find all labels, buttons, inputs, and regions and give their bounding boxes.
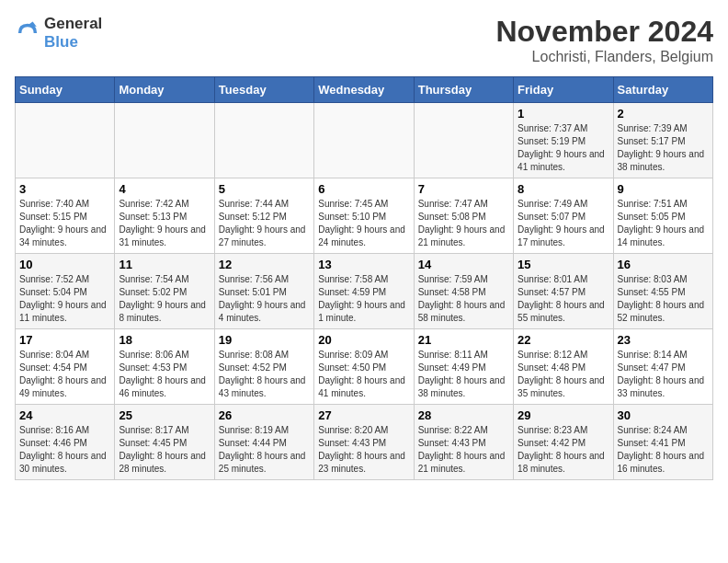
day-cell: 26Sunrise: 8:19 AM Sunset: 4:44 PM Dayli… xyxy=(214,405,313,480)
calendar-body: 1Sunrise: 7:37 AM Sunset: 5:19 PM Daylig… xyxy=(16,103,713,480)
day-number: 20 xyxy=(318,333,409,347)
location-title: Lochristi, Flanders, Belgium xyxy=(495,49,713,65)
day-info: Sunrise: 7:45 AM Sunset: 5:10 PM Dayligh… xyxy=(318,198,409,249)
day-info: Sunrise: 8:14 AM Sunset: 4:47 PM Dayligh… xyxy=(618,349,709,400)
logo: General Blue xyxy=(15,15,102,52)
day-cell: 21Sunrise: 8:11 AM Sunset: 4:49 PM Dayli… xyxy=(414,329,513,405)
day-info: Sunrise: 7:42 AM Sunset: 5:13 PM Dayligh… xyxy=(119,198,210,249)
day-info: Sunrise: 8:17 AM Sunset: 4:45 PM Dayligh… xyxy=(119,424,210,476)
header-cell-tuesday: Tuesday xyxy=(214,77,313,103)
day-cell xyxy=(314,103,414,178)
header-cell-wednesday: Wednesday xyxy=(314,77,414,103)
week-row-1: 1Sunrise: 7:37 AM Sunset: 5:19 PM Daylig… xyxy=(16,103,713,178)
day-info: Sunrise: 8:20 AM Sunset: 4:43 PM Dayligh… xyxy=(318,424,409,476)
day-cell: 2Sunrise: 7:39 AM Sunset: 5:17 PM Daylig… xyxy=(613,103,712,178)
day-number: 15 xyxy=(518,258,609,271)
day-number: 19 xyxy=(219,333,310,347)
day-number: 10 xyxy=(19,258,110,271)
day-cell: 30Sunrise: 8:24 AM Sunset: 4:41 PM Dayli… xyxy=(613,405,712,480)
week-row-4: 17Sunrise: 8:04 AM Sunset: 4:54 PM Dayli… xyxy=(16,329,713,405)
day-number: 7 xyxy=(418,182,509,196)
day-cell: 20Sunrise: 8:09 AM Sunset: 4:50 PM Dayli… xyxy=(314,329,414,405)
day-number: 5 xyxy=(219,182,310,196)
day-info: Sunrise: 8:12 AM Sunset: 4:48 PM Dayligh… xyxy=(518,349,609,400)
day-cell: 17Sunrise: 8:04 AM Sunset: 4:54 PM Dayli… xyxy=(16,329,115,405)
day-cell: 16Sunrise: 8:03 AM Sunset: 4:55 PM Dayli… xyxy=(613,254,712,329)
day-number: 9 xyxy=(618,182,709,196)
day-number: 13 xyxy=(318,258,409,271)
day-number: 28 xyxy=(418,408,509,422)
day-number: 22 xyxy=(518,333,609,347)
day-cell: 12Sunrise: 7:56 AM Sunset: 5:01 PM Dayli… xyxy=(214,254,313,329)
day-number: 26 xyxy=(219,408,310,422)
day-cell xyxy=(414,103,513,178)
day-cell: 3Sunrise: 7:40 AM Sunset: 5:15 PM Daylig… xyxy=(16,178,115,254)
day-cell xyxy=(16,103,115,178)
week-row-5: 24Sunrise: 8:16 AM Sunset: 4:46 PM Dayli… xyxy=(16,405,713,480)
logo-text: General Blue xyxy=(44,15,102,52)
day-cell: 24Sunrise: 8:16 AM Sunset: 4:46 PM Dayli… xyxy=(16,405,115,480)
day-info: Sunrise: 8:23 AM Sunset: 4:42 PM Dayligh… xyxy=(518,424,609,476)
day-info: Sunrise: 8:08 AM Sunset: 4:52 PM Dayligh… xyxy=(219,349,310,400)
day-number: 11 xyxy=(119,258,210,271)
header-cell-sunday: Sunday xyxy=(16,77,115,103)
day-number: 25 xyxy=(119,408,210,422)
day-cell: 1Sunrise: 7:37 AM Sunset: 5:19 PM Daylig… xyxy=(514,103,613,178)
day-cell: 5Sunrise: 7:44 AM Sunset: 5:12 PM Daylig… xyxy=(214,178,313,254)
day-number: 2 xyxy=(618,107,709,121)
day-number: 16 xyxy=(618,258,709,271)
day-cell: 9Sunrise: 7:51 AM Sunset: 5:05 PM Daylig… xyxy=(613,178,712,254)
day-number: 6 xyxy=(318,182,409,196)
day-number: 1 xyxy=(518,107,609,121)
header-cell-monday: Monday xyxy=(115,77,214,103)
day-number: 24 xyxy=(19,408,110,422)
week-row-2: 3Sunrise: 7:40 AM Sunset: 5:15 PM Daylig… xyxy=(16,178,713,254)
day-cell: 15Sunrise: 8:01 AM Sunset: 4:57 PM Dayli… xyxy=(514,254,613,329)
day-number: 14 xyxy=(418,258,509,271)
day-info: Sunrise: 7:49 AM Sunset: 5:07 PM Dayligh… xyxy=(518,198,609,249)
day-cell: 18Sunrise: 8:06 AM Sunset: 4:53 PM Dayli… xyxy=(115,329,214,405)
day-info: Sunrise: 8:11 AM Sunset: 4:49 PM Dayligh… xyxy=(418,349,509,400)
day-info: Sunrise: 8:16 AM Sunset: 4:46 PM Dayligh… xyxy=(19,424,110,476)
day-info: Sunrise: 7:52 AM Sunset: 5:04 PM Dayligh… xyxy=(19,273,110,325)
day-info: Sunrise: 8:06 AM Sunset: 4:53 PM Dayligh… xyxy=(119,349,210,400)
day-info: Sunrise: 7:58 AM Sunset: 4:59 PM Dayligh… xyxy=(318,273,409,325)
header-cell-friday: Friday xyxy=(514,77,613,103)
day-cell: 4Sunrise: 7:42 AM Sunset: 5:13 PM Daylig… xyxy=(115,178,214,254)
day-info: Sunrise: 7:37 AM Sunset: 5:19 PM Dayligh… xyxy=(518,122,609,174)
day-cell: 14Sunrise: 7:59 AM Sunset: 4:58 PM Dayli… xyxy=(414,254,513,329)
day-cell: 8Sunrise: 7:49 AM Sunset: 5:07 PM Daylig… xyxy=(514,178,613,254)
day-number: 29 xyxy=(518,408,609,422)
day-info: Sunrise: 7:44 AM Sunset: 5:12 PM Dayligh… xyxy=(219,198,310,249)
day-number: 23 xyxy=(618,333,709,347)
day-cell: 29Sunrise: 8:23 AM Sunset: 4:42 PM Dayli… xyxy=(514,405,613,480)
day-info: Sunrise: 8:09 AM Sunset: 4:50 PM Dayligh… xyxy=(318,349,409,400)
day-info: Sunrise: 8:03 AM Sunset: 4:55 PM Dayligh… xyxy=(618,273,709,325)
week-row-3: 10Sunrise: 7:52 AM Sunset: 5:04 PM Dayli… xyxy=(16,254,713,329)
day-cell xyxy=(115,103,214,178)
calendar-header: SundayMondayTuesdayWednesdayThursdayFrid… xyxy=(16,77,713,103)
day-info: Sunrise: 7:59 AM Sunset: 4:58 PM Dayligh… xyxy=(418,273,509,325)
day-info: Sunrise: 8:01 AM Sunset: 4:57 PM Dayligh… xyxy=(518,273,609,325)
day-number: 3 xyxy=(19,182,110,196)
day-cell: 23Sunrise: 8:14 AM Sunset: 4:47 PM Dayli… xyxy=(613,329,712,405)
day-cell: 7Sunrise: 7:47 AM Sunset: 5:08 PM Daylig… xyxy=(414,178,513,254)
day-cell: 22Sunrise: 8:12 AM Sunset: 4:48 PM Dayli… xyxy=(514,329,613,405)
header-cell-saturday: Saturday xyxy=(613,77,712,103)
day-number: 27 xyxy=(318,408,409,422)
day-info: Sunrise: 7:51 AM Sunset: 5:05 PM Dayligh… xyxy=(618,198,709,249)
day-info: Sunrise: 8:24 AM Sunset: 4:41 PM Dayligh… xyxy=(618,424,709,476)
day-info: Sunrise: 7:54 AM Sunset: 5:02 PM Dayligh… xyxy=(119,273,210,325)
day-info: Sunrise: 7:40 AM Sunset: 5:15 PM Dayligh… xyxy=(19,198,110,249)
header-cell-thursday: Thursday xyxy=(414,77,513,103)
month-title: November 2024 xyxy=(495,15,713,49)
day-cell: 13Sunrise: 7:58 AM Sunset: 4:59 PM Dayli… xyxy=(314,254,414,329)
day-cell: 25Sunrise: 8:17 AM Sunset: 4:45 PM Dayli… xyxy=(115,405,214,480)
day-number: 4 xyxy=(119,182,210,196)
day-number: 18 xyxy=(119,333,210,347)
day-cell: 11Sunrise: 7:54 AM Sunset: 5:02 PM Dayli… xyxy=(115,254,214,329)
day-cell: 10Sunrise: 7:52 AM Sunset: 5:04 PM Dayli… xyxy=(16,254,115,329)
day-info: Sunrise: 8:19 AM Sunset: 4:44 PM Dayligh… xyxy=(219,424,310,476)
day-info: Sunrise: 8:04 AM Sunset: 4:54 PM Dayligh… xyxy=(19,349,110,400)
day-number: 30 xyxy=(618,408,709,422)
